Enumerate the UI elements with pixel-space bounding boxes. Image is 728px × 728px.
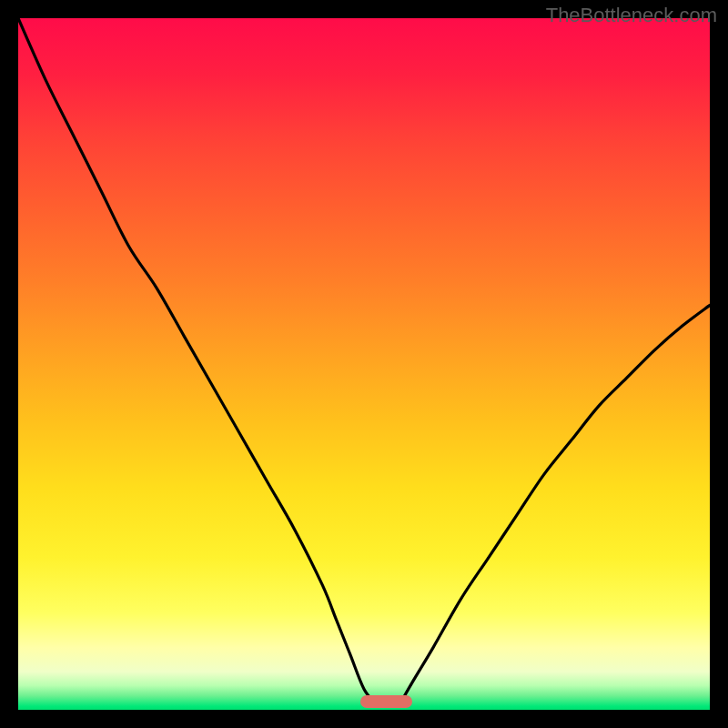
bottleneck-marker [360, 695, 412, 708]
watermark-text: TheBottleneck.com [546, 4, 717, 27]
left-curve [18, 18, 378, 706]
plot-area [18, 18, 710, 710]
right-curve [399, 305, 710, 706]
curves-layer [18, 18, 710, 710]
